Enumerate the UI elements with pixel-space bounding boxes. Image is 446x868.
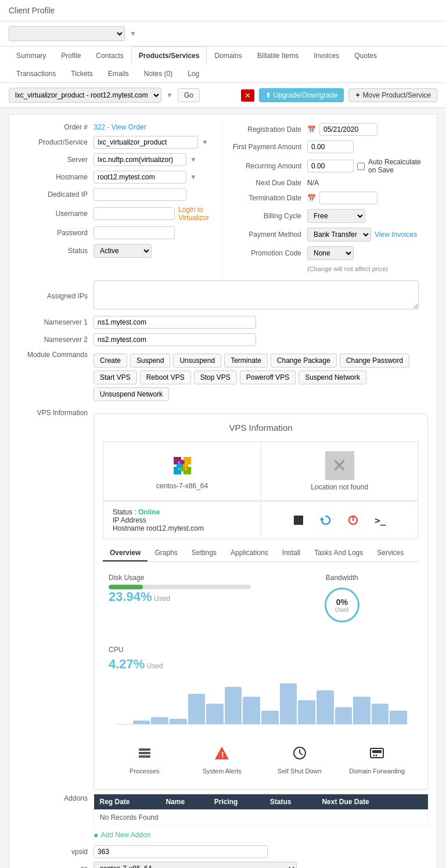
view-invoices-link[interactable]: View Invoices [375,230,417,239]
status-select[interactable]: Active [93,244,152,258]
dedicated-ip-input[interactable] [93,188,186,201]
nav-tab-emails[interactable]: Emails [100,64,136,82]
module-cmd-stop-vps[interactable]: Stop VPS [194,370,237,384]
product-dropdown-icon[interactable]: ▼ [202,138,208,146]
delete-product-icon[interactable]: ✕ [241,89,254,102]
bandwidth-used: Used [335,607,348,613]
server-input[interactable] [93,153,186,166]
status-row: Status Active [18,244,222,258]
product-service-input[interactable] [93,136,198,149]
cpu-bar [316,690,334,724]
nameserver1-input[interactable] [93,316,256,329]
vps-tab-overview[interactable]: Overview [103,545,148,561]
module-cmd-create[interactable]: Create [93,354,127,368]
vps-location-cell: ✕ Location not found [261,442,418,500]
go-button[interactable]: Go [178,88,200,102]
client-select[interactable] [9,26,125,41]
vps-tab-install[interactable]: Install [275,545,307,561]
recurring-input[interactable] [307,160,354,172]
assigned-ips-textarea[interactable] [93,280,419,309]
vpsid-input[interactable] [93,845,268,858]
hostname-input[interactable] [93,171,186,183]
module-cmd-suspend-network[interactable]: Suspend Network [298,370,366,384]
upgrade-downgrade-button[interactable]: ⬆ Upgrade/Downgrade [259,88,344,102]
system-alerts-link[interactable]: ! System Alerts [186,745,258,775]
module-cmd-unsuspend[interactable]: Unsuspend [173,354,221,368]
processes-link[interactable]: Processes [109,745,181,775]
module-cmd-change-password[interactable]: Change Password [340,354,409,368]
move-product-button[interactable]: ✦ Move Product/Service [348,88,437,102]
promotion-select[interactable]: None [307,246,354,260]
power-vps-button[interactable] [344,511,362,530]
stats-grid: Disk Usage 23.94% Used Bandwidth [103,568,419,634]
nav-tab-invoices[interactable]: Invoices [306,46,347,64]
disk-usage-label: Disk Usage [109,574,251,582]
self-shut-down-link[interactable]: Self Shut Down [264,745,336,775]
promotion-row: Promotion Code None [232,246,428,260]
module-cmd-reboot-vps[interactable]: Reboot VPS [140,370,191,384]
nav-tab-quotes[interactable]: Quotes [347,46,384,64]
password-input[interactable] [93,226,175,239]
nav-tab-transactions[interactable]: Transactions [9,64,63,82]
nav-tab-tickets[interactable]: Tickets [63,64,100,82]
first-payment-input[interactable] [307,141,354,153]
cpu-stat-box: CPU 4.27% Used [103,640,419,730]
product-select[interactable]: lxc_virtualizor_product - root12.mytest.… [9,88,161,103]
module-cmd-poweroff-vps[interactable]: Poweroff VPS [240,370,296,384]
stop-vps-button[interactable] [289,511,308,530]
vps-tab-services[interactable]: Services [370,545,411,561]
reg-date-label: Registration Date [232,125,307,134]
restart-vps-button[interactable] [316,511,335,530]
recurring-value: Auto Recalculate on Save [307,158,428,174]
billing-cycle-label: Billing Cycle [232,212,307,220]
server-dropdown-icon[interactable]: ▼ [190,156,197,164]
nav-tab-profile[interactable]: Profile [53,46,88,64]
login-to-virtualizor-link[interactable]: Login to Virtualizor [178,206,222,222]
nav-tab-contacts[interactable]: Contacts [88,46,131,64]
os-value: centos-7-x86_64 [93,862,428,868]
cpu-bar [280,683,297,724]
username-input[interactable] [93,207,175,220]
add-addon-link[interactable]: ● Add New Addon [93,830,428,840]
billing-cycle-select[interactable]: Free [307,209,365,223]
svg-text:!: ! [221,750,224,759]
nav-tab-domains[interactable]: Domains [207,46,249,64]
termination-input[interactable] [319,192,377,204]
nav-tabs: SummaryProfileContactsProducts/ServicesD… [0,46,446,83]
vps-tab-graphs[interactable]: Graphs [148,545,184,561]
reg-date-input[interactable] [319,123,377,136]
vps-tab-tasks-and-logs[interactable]: Tasks And Logs [307,545,370,561]
view-order-link[interactable]: 322 - View Order [93,123,146,131]
module-cmd-unsuspend-network[interactable]: Unsuspend Network [93,387,169,401]
stop-icon [292,514,305,527]
module-cmd-change-package[interactable]: Change Package [271,354,337,368]
os-select[interactable]: centos-7-x86_64 [93,862,297,868]
hostname-dropdown-icon[interactable]: ▼ [190,173,197,181]
nav-tab-summary[interactable]: Summary [9,46,53,64]
module-cmd-terminate[interactable]: Terminate [224,354,268,368]
calendar2-icon: 📅 [307,194,316,202]
nav-tab-log[interactable]: Log [180,64,207,82]
nav-tab-products[interactable]: Products/Services [131,46,207,65]
system-alerts-icon: ! [186,745,258,765]
hdd-icon [369,745,385,761]
power-icon [347,514,359,527]
nameserver2-input[interactable] [93,333,256,346]
vps-tab-settings[interactable]: Settings [185,545,224,561]
bandwidth-circle: 0% Used [325,588,359,622]
module-cmd-start-vps[interactable]: Start VPS [93,370,137,384]
cpu-bar-col [390,711,407,724]
cpu-label: CPU [109,646,413,654]
no-records-cell: No Records Found [94,810,428,826]
domain-forwarding-link[interactable]: Domain Forwarding [341,745,413,775]
auto-recalculate-checkbox[interactable] [357,163,365,170]
vps-tab-applications[interactable]: Applications [224,545,275,561]
nav-tab-notes[interactable]: Notes (0) [136,64,180,82]
module-cmd-suspend[interactable]: Suspend [130,354,170,368]
nav-tab-billable[interactable]: Billable Items [250,46,306,64]
cpu-bar [261,711,279,724]
order-value: 322 - View Order [93,123,222,131]
console-vps-button[interactable]: >_ [371,511,390,530]
processes-label: Processes [109,768,181,775]
payment-method-select[interactable]: Bank Transfer [307,228,371,242]
